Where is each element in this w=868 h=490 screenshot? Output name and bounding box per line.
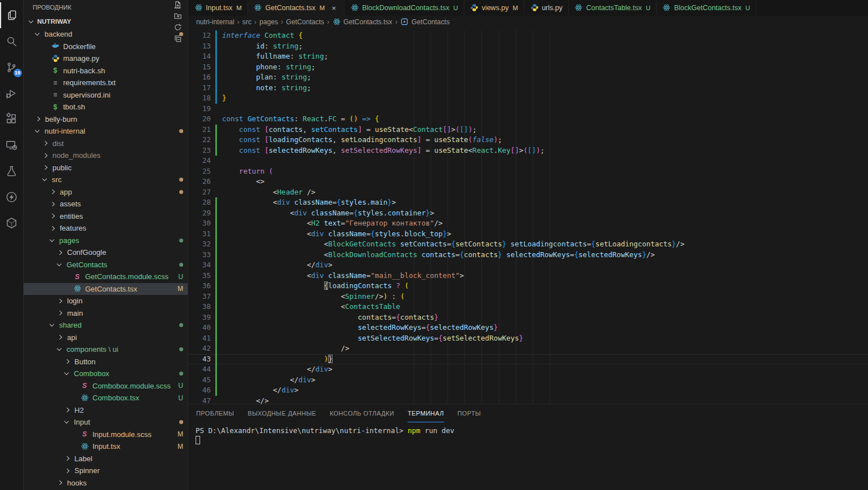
new-file-icon[interactable] [172, 0, 183, 10]
panel-tab-ПРОБЛЕМЫ[interactable]: ПРОБЛЕМЫ [196, 404, 234, 422]
code-text: {loadingContacts ? ( [217, 281, 409, 292]
tree-item-requirements.txt[interactable]: ≡requirements.txt [24, 77, 188, 89]
tree-item-Input.tsx[interactable]: Input.tsxM [24, 440, 188, 453]
tree-item-Label[interactable]: Label [24, 453, 188, 465]
tree-item-app[interactable]: app [24, 186, 188, 198]
extensions-icon[interactable] [0, 106, 24, 132]
tab-label: urls.py [542, 4, 563, 12]
run-debug-icon[interactable] [0, 80, 24, 106]
terminal[interactable]: PS D:\Alexandr\Intensive\nutriway\nutri-… [188, 422, 868, 446]
tab-label: GetContacts.tsx [265, 4, 316, 12]
line-number: 23 [188, 145, 211, 156]
panel-tab-ПОРТЫ[interactable]: ПОРТЫ [458, 404, 481, 422]
code-text [217, 104, 222, 114]
panel-tab-ВЫХОДНЫЕ ДАННЫЕ[interactable]: ВЫХОДНЫЕ ДАННЫЕ [247, 404, 316, 422]
tree-item-main[interactable]: main [24, 307, 188, 320]
new-folder-icon[interactable] [172, 10, 183, 21]
workspace-section-header[interactable]: NUTRIWAY [24, 15, 188, 28]
tree-item-Input.module.scss[interactable]: SInput.module.scssM [24, 429, 188, 441]
tree-item-Dockerfile[interactable]: Dockerfile [24, 41, 188, 53]
close-icon[interactable]: × [329, 4, 338, 12]
tree-item-GetContacts.module.scss[interactable]: SGetContacts.module.scssU [24, 271, 188, 283]
tree-item-components-ui[interactable]: components \ ui [24, 343, 188, 356]
tree-item-assets[interactable]: assets [24, 198, 188, 210]
tree-item-nutri-back.sh[interactable]: $nutri-back.sh [24, 65, 188, 77]
tab-views.py[interactable]: views.pyM [464, 0, 525, 16]
tree-item-shared[interactable]: shared [24, 319, 188, 332]
line-number: 45 [188, 375, 211, 386]
tree-item-hooks[interactable]: hooks [24, 477, 188, 489]
line-number: 27 [188, 187, 211, 198]
remote-explorer-icon[interactable] [0, 132, 24, 158]
code-text: <Spinner/>) : ( [217, 292, 405, 302]
tab-Input.tsx[interactable]: Input.tsxM [188, 0, 248, 16]
tree-item-GetContacts.tsx[interactable]: GetContacts.tsxM [24, 283, 188, 295]
tab-BlockGetContacts.tsx[interactable]: BlockGetContacts.tsxU [657, 0, 756, 16]
tree-item-node_modules[interactable]: node_modules [24, 149, 188, 162]
tree-item-Button[interactable]: Button [24, 356, 188, 368]
tree-item-api[interactable]: api [24, 332, 188, 344]
breadcrumb-item-pages[interactable]: pages [259, 18, 278, 26]
tree-item-nutri-internal[interactable]: nutri-internal [24, 125, 188, 138]
tree-item-Combobox.module.scss[interactable]: SCombobox.module.scssU [24, 380, 188, 392]
source-control-badge: 19 [14, 69, 22, 77]
tree-item-label: src [52, 175, 176, 184]
breadcrumb-separator: › [281, 18, 283, 26]
tree-item-Input[interactable]: Input [24, 416, 188, 429]
breadcrumb-item-nutri-internal[interactable]: nutri-internal [196, 18, 234, 26]
tree-item-backend[interactable]: backend [24, 28, 188, 41]
source-control-icon[interactable]: 19 [0, 54, 24, 80]
code-text [217, 156, 222, 166]
tree-item-pages[interactable]: pages [24, 235, 188, 247]
thunder-client-icon[interactable] [0, 184, 24, 210]
tree-item-Combobox[interactable]: Combobox [24, 368, 188, 380]
react-icon [332, 17, 341, 27]
tree-item-dist[interactable]: dist [24, 138, 188, 150]
code-text: <BlockDownloadContacts contacts={contact… [217, 250, 655, 261]
tree-item-H2[interactable]: H2 [24, 404, 188, 417]
tree-item-tbot.sh[interactable]: $tbot.sh [24, 101, 188, 113]
breadcrumb-item-GetContacts.tsx[interactable]: GetContacts.tsx [332, 17, 392, 27]
tree-item-entities[interactable]: entities [24, 210, 188, 223]
tree-item-belly-burn[interactable]: belly-burn [24, 113, 188, 126]
tab-urls.py[interactable]: urls.py [524, 0, 569, 16]
tree-item-Spinner[interactable]: Spinner [24, 465, 188, 477]
tree-item-supervisord.ini[interactable]: ≡supervisord.ini [24, 89, 188, 101]
chevron-right-icon [65, 456, 69, 461]
tree-item-label: nutri-internal [45, 127, 176, 135]
code-text: selectedRowKeys={selectedRowKeys} [217, 323, 498, 333]
tree-item-manage.py[interactable]: manage.py [24, 52, 188, 65]
breadcrumb-item-GetContacts[interactable]: GetContacts [286, 18, 324, 26]
code-line-42: 42 /> [188, 343, 868, 354]
code-text: <> [217, 176, 264, 187]
tree-item-login[interactable]: login [24, 295, 188, 307]
react-icon [662, 3, 671, 12]
line-number: 20 [188, 114, 211, 125]
tree-item-public[interactable]: public [24, 162, 188, 174]
tree-item-features[interactable]: features [24, 222, 188, 235]
tree-item-ConfGoogle[interactable]: ConfGoogle [24, 246, 188, 259]
panel-tab-ТЕРМИНАЛ[interactable]: ТЕРМИНАЛ [408, 404, 444, 422]
breadcrumb-item-GetContacts[interactable]: GetContacts [400, 17, 450, 27]
code-line-30: 30 <H2 text="Генератор контактов"/> [188, 218, 868, 229]
tree-item-label: assets [60, 200, 183, 208]
tree-item-Combobox.tsx[interactable]: Combobox.tsxU [24, 392, 188, 404]
explorer-icon[interactable] [0, 2, 24, 28]
tab-ContactsTable.tsx[interactable]: ContactsTable.tsxU [569, 0, 657, 16]
chevron-right-icon [43, 165, 47, 170]
search-icon[interactable] [0, 28, 24, 54]
line-number: 26 [188, 176, 211, 187]
tree-item-label: Combobox.module.scss [92, 382, 175, 390]
panel-tab-КОНСОЛЬ ОТЛАДКИ[interactable]: КОНСОЛЬ ОТЛАДКИ [330, 404, 394, 422]
line-number: 36 [188, 281, 211, 292]
chevron-down-icon [35, 31, 39, 36]
tab-BlockDownloadContacts.tsx[interactable]: BlockDownloadContacts.tsxU [344, 0, 464, 16]
testing-icon[interactable] [0, 158, 24, 184]
tree-item-GetContacts[interactable]: GetContacts [24, 259, 188, 271]
tree-item-label: pages [59, 236, 176, 245]
breadcrumb-item-src[interactable]: src [242, 18, 251, 26]
tab-GetContacts.tsx[interactable]: GetContacts.tsxM× [248, 0, 345, 16]
code-editor[interactable]: 12interface Contact {13 id: string;14 fu… [188, 28, 868, 404]
containers-icon[interactable] [0, 210, 24, 236]
tree-item-src[interactable]: src [24, 174, 188, 186]
